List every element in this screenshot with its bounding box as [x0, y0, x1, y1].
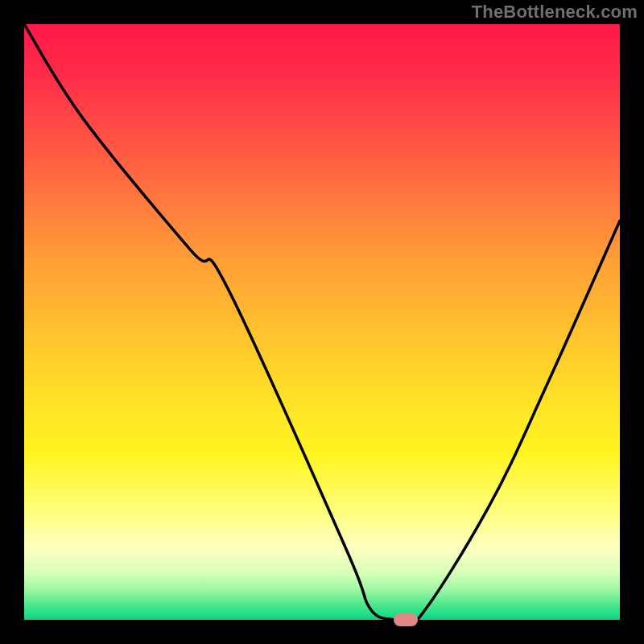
- chart-container: TheBottleneck.com: [0, 0, 644, 644]
- bottleneck-curve: [24, 24, 620, 620]
- plot-area: [24, 24, 620, 620]
- optimal-point-marker: [394, 613, 418, 626]
- watermark-text: TheBottleneck.com: [472, 2, 638, 23]
